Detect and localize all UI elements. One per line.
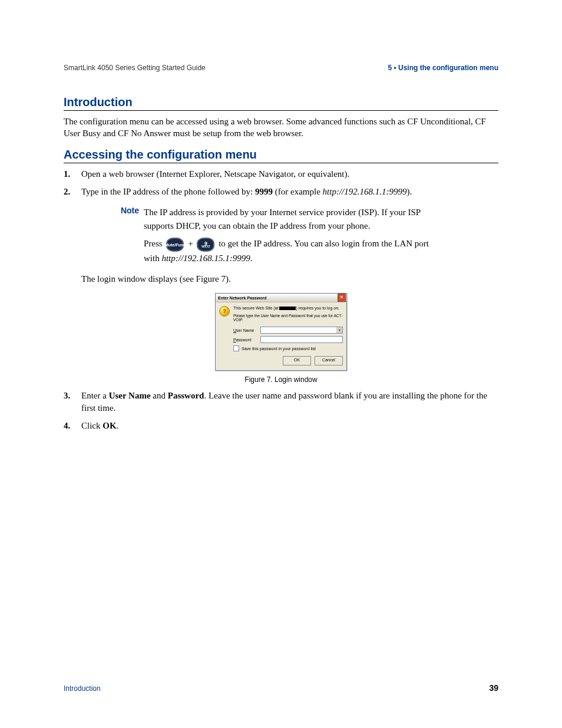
mute-func-key-icon: Mute/Func xyxy=(166,238,184,252)
password-label: Password xyxy=(233,338,260,342)
save-password-row: Save this password in your password list xyxy=(233,345,343,351)
running-header: SmartLink 4050 Series Getting Started Gu… xyxy=(64,64,498,72)
ok-button[interactable]: OK xyxy=(283,356,311,365)
username-input[interactable]: ▾ xyxy=(260,327,343,334)
login-dialog: Enter Network Password × This secure Web… xyxy=(215,293,347,371)
note-label: Note xyxy=(105,206,144,265)
save-password-label: Save this password in your password list xyxy=(242,347,316,351)
nine-wxyz-key-icon: 9WXYZ xyxy=(197,238,214,252)
running-header-left: SmartLink 4050 Series Getting Started Gu… xyxy=(64,64,206,72)
step-2: 2. Type in the IP address of the phone f… xyxy=(64,186,498,197)
step-number: 3. xyxy=(64,390,81,414)
step-text: Type in the IP address of the phone foll… xyxy=(81,186,412,197)
lan-url: http://192.168.15.1:9999 xyxy=(161,253,250,263)
step-4: 4. Click OK. xyxy=(64,420,498,431)
after-note-paragraph: The login window displays (see Figure 7)… xyxy=(81,273,498,285)
step-text: Enter a User Name and Password. Leave th… xyxy=(81,390,498,414)
footer-section-name: Introduction xyxy=(64,684,101,693)
dialog-titlebar: Enter Network Password × xyxy=(216,294,346,302)
username-row: User Name ▾ xyxy=(233,327,343,334)
step-number: 2. xyxy=(64,186,81,197)
steps-list-cont: 3. Enter a User Name and Password. Leave… xyxy=(64,390,498,431)
example-url: http://192.168.1.1:9999 xyxy=(323,187,407,196)
cancel-button[interactable]: Cancel xyxy=(315,356,343,365)
dialog-instruction: Please type the User Name and Password t… xyxy=(233,314,343,322)
step-3: 3. Enter a User Name and Password. Leave… xyxy=(64,390,498,414)
dialog-button-row: OK Cancel xyxy=(233,356,343,365)
redacted-host xyxy=(279,307,296,310)
step-1: 1. Open a web browser (Internet Explorer… xyxy=(64,168,498,180)
password-row: Password xyxy=(233,336,343,343)
dialog-site-line: This secure Web Site (at ) requires you … xyxy=(233,306,343,310)
password-input[interactable] xyxy=(260,336,343,343)
question-icon xyxy=(219,306,230,317)
step-number: 4. xyxy=(64,420,81,431)
figure-7: Enter Network Password × This secure Web… xyxy=(64,293,498,384)
heading-introduction: Introduction xyxy=(64,95,498,109)
page-footer: Introduction 39 xyxy=(64,683,498,693)
heading-accessing-config: Accessing the configuration menu xyxy=(64,148,498,162)
save-password-checkbox[interactable] xyxy=(233,345,239,351)
dialog-body: This secure Web Site (at ) requires you … xyxy=(216,302,346,370)
page: SmartLink 4050 Series Getting Started Gu… xyxy=(0,0,562,728)
running-header-right: 5 • Using the configuration menu xyxy=(388,64,498,72)
page-number: 39 xyxy=(489,683,498,693)
dialog-title: Enter Network Password xyxy=(218,296,266,300)
step-number: 1. xyxy=(64,168,81,180)
steps-list: 1. Open a web browser (Internet Explorer… xyxy=(64,168,498,198)
rule xyxy=(64,110,498,111)
note-block: Note The IP address is provided by your … xyxy=(105,206,498,265)
rule xyxy=(64,163,498,163)
close-icon[interactable]: × xyxy=(338,294,346,302)
username-label: User Name xyxy=(233,328,260,332)
figure-caption: Figure 7. Login window xyxy=(64,375,498,384)
intro-paragraph: The configuration menu can be accessed u… xyxy=(64,116,498,140)
step-text: Open a web browser (Internet Explorer, N… xyxy=(81,168,349,180)
note-body: The IP address is provided by your Inter… xyxy=(144,206,438,265)
step-text: Click OK. xyxy=(81,420,118,431)
dropdown-icon[interactable]: ▾ xyxy=(336,327,342,333)
